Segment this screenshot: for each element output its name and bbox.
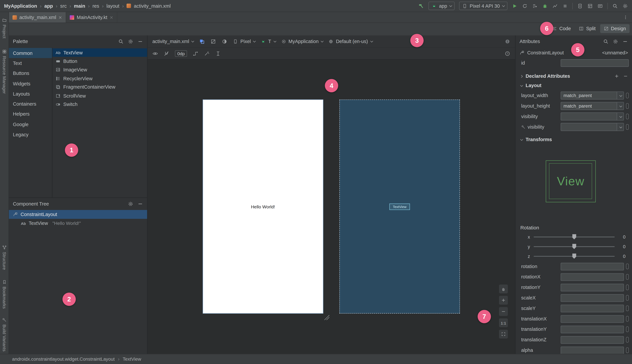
resize-handle[interactable] [324,315,330,320]
attributes-settings-icon[interactable] [613,39,618,44]
help-icon[interactable]: ? [505,51,510,56]
tab-mainactivity-kt[interactable]: MainActivity.kt [66,12,117,22]
search-everywhere-icon[interactable] [612,3,618,9]
tools-visibility-dropdown[interactable] [560,123,624,131]
design-preview[interactable]: Hello World! [203,100,323,314]
resource-flag[interactable] [626,103,629,109]
zoom-reset-button[interactable]: 1:1 [499,318,508,327]
palette-category-google[interactable]: Google [9,119,52,130]
status-node[interactable]: TextView [123,357,141,362]
device-manager-icon[interactable] [577,3,583,9]
translationz-input[interactable] [560,336,624,344]
resource-flag[interactable] [626,347,629,353]
tab-activity-main-xml[interactable]: activity_main.xml [9,12,66,22]
palette-search-icon[interactable] [118,39,124,44]
palette-category-buttons[interactable]: Buttons [9,68,52,78]
attributes-search-icon[interactable] [603,39,609,44]
blueprint-textview-widget[interactable]: TextView [389,203,410,210]
translationx-input[interactable] [560,315,624,323]
transforms-section-header[interactable]: Transforms [516,134,632,144]
palette-category-common[interactable]: Common [9,48,52,58]
resource-flag[interactable] [626,264,629,269]
tool-stripe-structure[interactable]: Structure [0,245,9,270]
design-surface[interactable]: Hello World! TextView 1:1 [148,60,515,354]
zoom-in-button[interactable] [499,296,508,304]
resource-flag[interactable] [626,124,629,130]
palette-settings-icon[interactable] [128,39,134,44]
blueprint-toggle-icon[interactable] [210,38,216,44]
design-mode-button[interactable]: Design [600,24,630,33]
tool-stripe-build-variants[interactable]: Build Variants [0,318,9,352]
rotation-x-slider[interactable] [534,236,615,238]
palette-category-containers[interactable]: Containers [9,99,52,109]
tree-row-textview[interactable]: Ab TextView "Hello World!" [9,219,147,228]
layout-inspector-icon[interactable] [587,3,593,9]
settings-icon[interactable] [622,3,628,9]
palette-item-switch[interactable]: Switch [52,100,147,109]
breadcrumb-src[interactable]: src [60,3,67,9]
palette-item-button[interactable]: Button [52,57,147,66]
remove-attribute-icon[interactable] [623,74,628,78]
run-config-dropdown[interactable]: app [428,2,455,10]
resource-flag[interactable] [626,337,629,343]
component-tree-hide-icon[interactable] [138,201,143,207]
file-dropdown[interactable]: activity_main.xml [152,38,194,44]
add-attribute-icon[interactable] [614,74,619,78]
palette-category-text[interactable]: Text [9,58,52,68]
palette-item-fragmentcontainerview[interactable]: FragmentContainerView [52,83,147,92]
api-selector[interactable]: T [261,38,276,44]
night-mode-icon[interactable] [222,38,228,44]
close-tab-icon[interactable] [58,16,62,19]
hello-world-text[interactable]: Hello World! [203,204,323,209]
pack-align-icon[interactable] [216,51,221,56]
palette-category-legacy[interactable]: Legacy [9,130,52,140]
breadcrumb-app[interactable]: app [44,3,53,9]
theme-selector[interactable]: MyApplication [281,38,323,44]
palette-category-layouts[interactable]: Layouts [9,89,52,99]
zoom-out-button[interactable] [499,307,508,316]
tool-stripe-resource-manager[interactable]: Resource Manager [0,49,9,94]
breadcrumb-res[interactable]: res [92,3,99,9]
scalex-input[interactable] [560,294,624,302]
rotationx-input[interactable] [560,273,624,281]
breadcrumb-layout[interactable]: layout [106,3,119,9]
apply-code-changes-icon[interactable] [532,3,538,9]
declared-attributes-header[interactable]: Declared Attributes [516,72,632,80]
autoconnect-icon[interactable] [164,51,169,56]
view-options-icon[interactable] [152,51,158,56]
id-input[interactable] [560,59,629,67]
scaley-input[interactable] [560,304,624,312]
tree-row-constraintlayout[interactable]: ConstraintLayout [9,210,147,219]
issues-icon[interactable] [505,38,510,44]
resource-flag[interactable] [626,306,629,311]
palette-item-recyclerview[interactable]: RecyclerView [52,74,147,83]
visibility-dropdown[interactable] [560,112,624,120]
slider-thumb[interactable] [572,244,576,249]
palette-category-widgets[interactable]: Widgets [9,78,52,89]
infer-constraints-icon[interactable] [204,51,210,56]
breadcrumb-main[interactable]: main [74,3,85,9]
palette-category-helpers[interactable]: Helpers [9,109,52,119]
translationy-input[interactable] [560,326,624,333]
resource-flag[interactable] [626,316,629,322]
layout-height-dropdown[interactable]: match_parent [560,102,624,110]
blueprint-preview[interactable]: TextView [339,100,460,314]
pan-tool-icon[interactable] [499,284,508,294]
device-dropdown[interactable]: Pixel 4 API 30 [459,2,507,10]
component-tree-settings-icon[interactable] [128,201,134,207]
profiler-icon[interactable] [552,3,558,9]
run-button[interactable] [512,3,518,9]
apply-changes-icon[interactable] [522,3,528,9]
device-selector[interactable]: Pixel [233,38,255,44]
palette-item-scrollview[interactable]: ScrollView [52,92,147,100]
tool-stripe-bookmarks[interactable]: Bookmarks [0,280,9,309]
palette-item-textview[interactable]: Ab TextView [52,48,147,57]
zoom-to-fit-button[interactable] [499,330,508,338]
rotationy-input[interactable] [560,284,624,291]
alpha-input[interactable] [560,346,624,354]
close-tab-icon[interactable] [110,16,113,19]
stop-icon[interactable] [562,3,568,9]
slider-thumb[interactable] [572,234,576,240]
logcat-icon[interactable] [597,3,603,9]
layout-width-dropdown[interactable]: match_parent [560,92,624,100]
